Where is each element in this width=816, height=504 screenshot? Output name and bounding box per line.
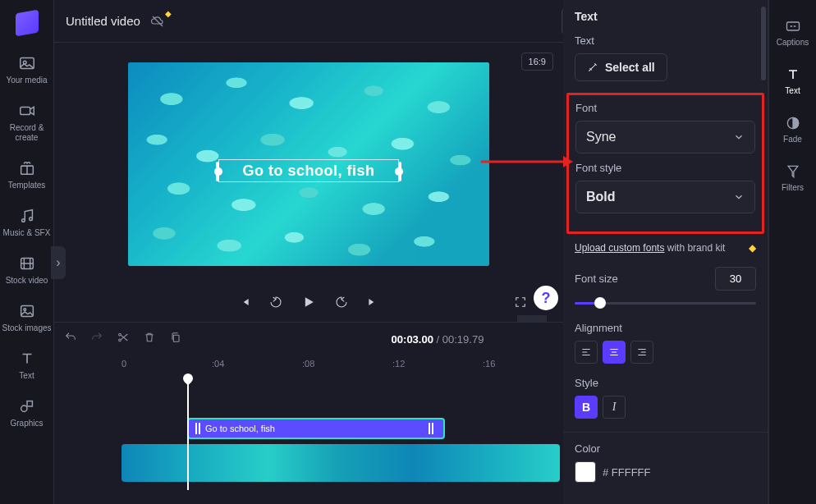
chevron-down-icon [733, 191, 745, 203]
skip-end-button[interactable] [366, 296, 379, 312]
delete-button[interactable] [143, 331, 156, 347]
overlay-text: Go to school, fish [243, 163, 375, 180]
font-size-slider[interactable] [575, 297, 756, 309]
wand-icon [587, 62, 598, 73]
rnav-label: Text [785, 86, 800, 95]
media-icon [18, 54, 36, 72]
upload-fonts-line: Upload custom fonts with brand kit ◆ [575, 242, 756, 254]
panel-title: Text [575, 10, 756, 23]
filters-icon [785, 163, 801, 180]
svg-rect-10 [27, 401, 32, 406]
svg-point-5 [29, 218, 32, 221]
document-title[interactable]: Untitled video [66, 14, 140, 28]
font-style-label: Font style [575, 162, 755, 174]
nav-templates[interactable]: Templates [0, 151, 53, 199]
text-clip[interactable]: Go to school, fish [187, 418, 445, 439]
section-divider [563, 432, 768, 433]
gift-icon [18, 159, 36, 177]
nav-label: Stock video [6, 276, 48, 286]
color-value: # FFFFFF [603, 466, 651, 479]
nav-text[interactable]: Text [0, 341, 53, 389]
playhead[interactable] [187, 375, 189, 490]
total-time: 00:19.79 [442, 333, 484, 346]
film-icon [18, 254, 36, 273]
italic-glyph: I [612, 401, 617, 414]
svg-point-15 [119, 339, 121, 341]
clip-label: Go to school, fish [205, 424, 275, 433]
fade-icon [785, 115, 801, 131]
clip-handle-right[interactable] [429, 423, 433, 434]
forward-5-button[interactable] [335, 296, 348, 312]
svg-point-4 [21, 219, 25, 222]
upload-fonts-rest: with brand kit [664, 242, 725, 254]
italic-toggle[interactable]: I [603, 396, 626, 419]
nav-label: Graphics [10, 419, 43, 428]
rnav-label: Filters [782, 183, 804, 192]
rnav-filters[interactable]: Filters [769, 153, 816, 202]
skip-start-button[interactable] [238, 296, 251, 312]
aspect-ratio-button[interactable]: 16:9 [521, 53, 553, 71]
font-style-value: Bold [586, 190, 616, 204]
captions-icon [785, 18, 801, 34]
split-button[interactable] [117, 331, 130, 347]
text-icon [785, 66, 801, 83]
nav-your-media[interactable]: Your media [0, 46, 53, 94]
style-label: Style [575, 377, 756, 389]
rnav-text[interactable]: Text [769, 57, 816, 105]
svg-point-14 [119, 333, 121, 336]
redo-button[interactable] [90, 331, 103, 347]
nav-stock-video[interactable]: Stock video [0, 246, 53, 294]
color-label: Color [575, 442, 756, 455]
svg-rect-7 [21, 306, 33, 317]
ruler-tick: :12 [392, 359, 405, 369]
panel-scrollbar[interactable] [761, 7, 766, 80]
font-style-select[interactable]: Bold [575, 181, 755, 213]
duplicate-button[interactable] [169, 331, 182, 347]
align-left-button[interactable] [575, 341, 598, 364]
premium-badge-icon: ◆ [165, 9, 172, 18]
align-right-button[interactable] [630, 341, 653, 364]
play-button[interactable] [300, 294, 317, 314]
nav-graphics[interactable]: Graphics [0, 389, 53, 437]
bold-glyph: B [582, 401, 590, 414]
font-size-input[interactable] [715, 267, 756, 291]
rewind-5-button[interactable] [269, 296, 282, 312]
rnav-fade[interactable]: Fade [769, 105, 816, 153]
rnav-label: Captions [777, 38, 809, 47]
camera-icon [18, 102, 36, 120]
nav-record[interactable]: Record & create [0, 94, 53, 151]
select-all-button[interactable]: Select all [575, 53, 667, 81]
svg-line-11 [153, 16, 163, 26]
font-select[interactable]: Syne [575, 121, 755, 153]
align-center-button[interactable] [603, 341, 626, 364]
resize-handle-right[interactable] [398, 162, 401, 181]
nav-music[interactable]: Music & SFX [0, 199, 53, 246]
ruler-tick: :08 [302, 359, 314, 369]
undo-button[interactable] [64, 331, 77, 347]
fullscreen-button[interactable] [514, 296, 527, 312]
nav-label: Templates [8, 181, 46, 190]
ruler-tick: :04 [212, 359, 224, 369]
alignment-label: Alignment [575, 322, 756, 334]
text-icon [18, 350, 36, 368]
help-button[interactable]: ? [534, 286, 558, 310]
app-logo[interactable] [16, 0, 39, 46]
svg-point-8 [23, 309, 25, 311]
nav-stock-images[interactable]: Stock images [0, 294, 53, 341]
upload-fonts-link[interactable]: Upload custom fonts [575, 242, 664, 254]
preview-canvas[interactable]: Go to school, fish [128, 62, 489, 266]
font-highlight-box: Font Syne Font style Bold [566, 93, 764, 234]
text-section-header: Text [575, 34, 756, 47]
rnav-label: Fade [783, 135, 802, 144]
text-overlay[interactable]: Go to school, fish [218, 159, 399, 182]
premium-gem-icon: ◆ [749, 242, 756, 254]
clip-handle-left[interactable] [195, 423, 200, 434]
color-swatch[interactable] [575, 461, 596, 483]
shapes-icon [18, 397, 36, 415]
svg-point-9 [21, 405, 26, 411]
cloud-sync-icon[interactable]: ◆ [150, 14, 165, 29]
resize-knob-left[interactable] [214, 167, 222, 176]
bold-toggle[interactable]: B [575, 396, 598, 419]
image-icon [18, 302, 36, 320]
rnav-captions[interactable]: Captions [769, 8, 816, 57]
